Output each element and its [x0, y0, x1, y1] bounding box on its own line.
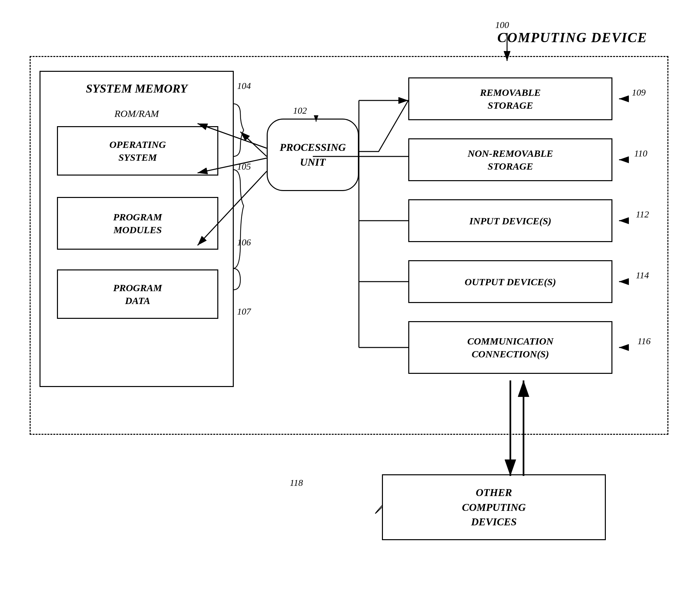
diagram-container: 100 COMPUTING DEVICE SYSTEM MEMORY ROM/R…	[20, 20, 680, 606]
program-data-box: PROGRAMDATA	[57, 269, 218, 319]
output-device-label: OUTPUT DEVICE(S)	[465, 275, 556, 288]
removable-storage-label: REMOVABLESTORAGE	[480, 86, 541, 112]
ref-116: 116	[637, 336, 651, 347]
processing-unit-label: PROCESSINGUNIT	[280, 140, 346, 170]
ref-118: 118	[290, 478, 303, 488]
removable-storage-box: REMOVABLESTORAGE	[408, 77, 613, 120]
ref-114: 114	[636, 270, 649, 280]
system-memory-title: SYSTEM MEMORY	[40, 82, 233, 96]
ref-106: 106	[237, 237, 251, 248]
operating-system-label: OPERATINGSYSTEM	[109, 138, 166, 164]
ref-107: 107	[237, 306, 251, 317]
computing-device-title: COMPUTING DEVICE	[497, 30, 647, 46]
other-devices-label: OTHERCOMPUTINGDEVICES	[462, 485, 526, 529]
non-removable-storage-label: NON-REMOVABLESTORAGE	[468, 147, 553, 173]
program-modules-label: PROGRAMMODULES	[113, 210, 162, 236]
ref-100: 100	[495, 20, 509, 30]
ref-110: 110	[634, 148, 647, 159]
ref-104: 104	[237, 81, 251, 91]
operating-system-box: OPERATINGSYSTEM	[57, 126, 218, 176]
ref-109: 109	[632, 87, 646, 98]
non-removable-storage-box: NON-REMOVABLESTORAGE	[408, 138, 613, 181]
comm-connections-label: COMMUNICATIONCONNECTION(S)	[467, 335, 553, 360]
comm-connections-box: COMMUNICATIONCONNECTION(S)	[408, 321, 613, 374]
ref-102: 102	[293, 106, 307, 116]
program-data-label: PROGRAMDATA	[113, 281, 162, 307]
input-device-label: INPUT DEVICE(S)	[469, 214, 551, 227]
ref-112: 112	[636, 209, 649, 220]
ref-105: 105	[237, 161, 251, 172]
program-modules-box: PROGRAMMODULES	[57, 197, 218, 250]
input-device-box: INPUT DEVICE(S)	[408, 199, 613, 242]
processing-unit-box: PROCESSINGUNIT	[267, 118, 359, 191]
rom-ram-label: ROM/RAM	[40, 108, 233, 119]
system-memory-box: SYSTEM MEMORY ROM/RAM OPERATINGSYSTEM PR…	[39, 71, 234, 387]
other-devices-box: OTHERCOMPUTINGDEVICES	[382, 474, 606, 540]
output-device-box: OUTPUT DEVICE(S)	[408, 260, 613, 303]
